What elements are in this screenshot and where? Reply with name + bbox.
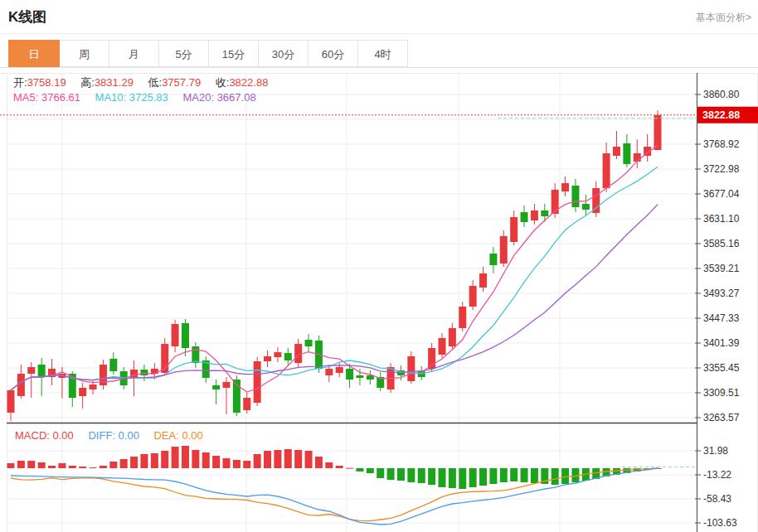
svg-text:3493.27: 3493.27 <box>703 288 740 299</box>
svg-text:3447.33: 3447.33 <box>703 312 740 324</box>
svg-text:3263.57: 3263.57 <box>703 412 740 423</box>
svg-text:3585.16: 3585.16 <box>703 238 740 249</box>
price-axis: 3860.803768.923722.983677.043631.103585.… <box>695 89 740 423</box>
svg-text:3860.80: 3860.80 <box>703 89 740 100</box>
diff-line <box>11 468 658 525</box>
svg-text:-58.43: -58.43 <box>703 493 731 505</box>
svg-text:3355.45: 3355.45 <box>703 362 740 374</box>
svg-text:3309.51: 3309.51 <box>703 387 740 399</box>
svg-text:3722.98: 3722.98 <box>703 163 740 175</box>
svg-text:3401.39: 3401.39 <box>703 337 740 349</box>
macd-axis: 31.98-13.22-58.43-103.63 <box>695 445 737 529</box>
macd-histogram <box>7 446 662 489</box>
current-price-badge: 3822.88 <box>697 107 758 123</box>
candles-layer <box>7 110 662 421</box>
svg-text:31.98: 31.98 <box>703 445 728 457</box>
svg-text:3768.92: 3768.92 <box>703 138 740 150</box>
svg-text:3677.04: 3677.04 <box>703 188 740 200</box>
kline-widget: K线图 基本面分析> 日 周 月 5分 15分 30分 60分 4时 3860.… <box>0 0 758 532</box>
svg-text:-103.63: -103.63 <box>703 517 737 529</box>
svg-text:-13.22: -13.22 <box>703 469 731 481</box>
kline-chart-canvas[interactable]: 3860.803768.923722.983677.043631.103585.… <box>0 0 758 532</box>
svg-text:3631.10: 3631.10 <box>703 213 740 225</box>
svg-text:3822.88: 3822.88 <box>702 109 740 121</box>
svg-text:3539.21: 3539.21 <box>703 263 740 274</box>
